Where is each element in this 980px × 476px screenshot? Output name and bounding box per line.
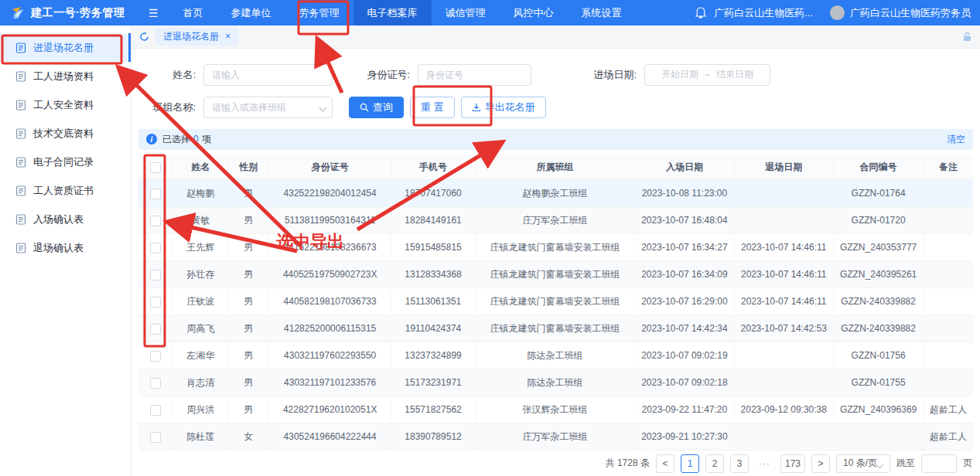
- sidebar-item-入场确认表[interactable]: 入场确认表: [0, 205, 131, 233]
- nav-item-首页[interactable]: 首页: [169, 0, 217, 26]
- tab-close-icon[interactable]: ×: [225, 31, 230, 42]
- page-size-select[interactable]: 10 条/页: [836, 454, 890, 473]
- page-button-173[interactable]: 173: [780, 454, 805, 473]
- export-roster-button[interactable]: 导出花名册: [461, 97, 546, 118]
- team-select-input[interactable]: [203, 97, 333, 118]
- row-checkbox[interactable]: [150, 378, 161, 389]
- collapse-menu-icon[interactable]: ☰: [149, 7, 159, 19]
- cell-name: 周兴洪: [172, 396, 228, 423]
- cell-gender: 男: [228, 315, 268, 342]
- name-input[interactable]: [203, 64, 333, 86]
- sidebar-item-技术交底资料[interactable]: 技术交底资料: [0, 119, 131, 148]
- cell-id_number: 440582198107036733: [268, 288, 391, 315]
- nav-item-电子档案库[interactable]: 电子档案库: [353, 0, 432, 26]
- cell-name: 孙壮存: [172, 261, 228, 288]
- document-icon: [15, 185, 26, 196]
- selected-prefix: 已选择: [162, 133, 190, 146]
- sidebar-item-label: 工人资质证书: [33, 184, 94, 198]
- main-area: 进退场花名册 × 姓名: 身份证号: 进场日期: 开始日期 ~: [131, 26, 980, 476]
- jump-prefix: 跳至: [896, 457, 915, 470]
- app-window: 建工一号·劳务管理 ☰ 首页参建单位劳务管理电子档案库诚信管理风控中心系统设置 …: [0, 0, 980, 476]
- nav-item-劳务管理[interactable]: 劳务管理: [285, 0, 353, 26]
- row-checkbox[interactable]: [150, 189, 161, 199]
- search-button[interactable]: 查询: [349, 97, 404, 118]
- id-number-input[interactable]: [418, 64, 531, 86]
- row-select-cell: [138, 234, 172, 261]
- document-icon: [15, 243, 26, 253]
- nav-item-系统设置[interactable]: 系统设置: [568, 0, 636, 26]
- app-title: 建工一号·劳务管理: [31, 6, 125, 20]
- user-name[interactable]: 广药白云山生物医药劳务员: [850, 6, 971, 20]
- sidebar-item-进退场花名册[interactable]: 进退场花名册: [0, 33, 131, 62]
- reset-button[interactable]: 重 置: [410, 97, 455, 118]
- table-row: 左湘华男43032119760229355013237324899陈达杂工班组2…: [138, 342, 973, 369]
- column-header-手机号: 手机号: [391, 155, 475, 180]
- nav-item-参建单位[interactable]: 参建单位: [217, 0, 285, 26]
- row-checkbox[interactable]: [150, 324, 161, 335]
- cell-name: 肖志清: [172, 369, 228, 396]
- cell-team: 陈达杂工班组: [475, 342, 635, 369]
- tab-roster[interactable]: 进退场花名册 ×: [155, 27, 238, 46]
- cell-exit_date: [734, 423, 833, 450]
- download-icon: [472, 103, 481, 112]
- document-icon: [15, 100, 26, 110]
- cell-team: 庄镇龙建筑门窗幕墙安装工班组: [475, 234, 635, 261]
- roster-table: 姓名性别身份证号手机号所属班组入场日期退场日期合同编号备注 赵梅鹏男432522…: [138, 155, 973, 451]
- row-checkbox[interactable]: [150, 405, 161, 416]
- table-row: 黄敏男51138119950316431118284149161庄万军杂工班组2…: [138, 207, 973, 234]
- cell-team: 庄镇龙建筑门窗幕墙安装工班组: [475, 261, 635, 288]
- row-checkbox[interactable]: [150, 270, 161, 280]
- refresh-icon[interactable]: [139, 32, 149, 42]
- nav-item-风控中心[interactable]: 风控中心: [500, 0, 568, 26]
- sidebar-item-label: 工人安全资料: [33, 98, 94, 112]
- row-select-cell: [138, 423, 172, 450]
- page-button-3[interactable]: 3: [730, 454, 749, 473]
- cell-remark: [924, 315, 973, 342]
- team-select[interactable]: [203, 97, 333, 118]
- topbar-right: 广药白云山生物医药... 广药白云山生物医药劳务员: [695, 5, 980, 20]
- row-checkbox[interactable]: [150, 351, 161, 362]
- column-header-合同编号: 合同编号: [833, 155, 923, 180]
- cell-entry_date: 2023-10-07 16:34:27: [635, 234, 734, 261]
- prev-page-button[interactable]: <: [656, 454, 674, 473]
- cell-contract_no: GZZN_240395261: [833, 261, 923, 288]
- end-date-placeholder: 结束日期: [716, 68, 753, 81]
- cell-remark: [924, 180, 973, 207]
- sidebar-item-工人进场资料[interactable]: 工人进场资料: [0, 62, 131, 90]
- sidebar-item-label: 进退场花名册: [33, 41, 94, 55]
- cell-team: 庄万军杂工班组: [475, 423, 635, 450]
- avatar[interactable]: [830, 5, 845, 20]
- entry-date-range-input[interactable]: 开始日期 ~ 结束日期: [644, 64, 770, 86]
- jump-suffix: 页: [963, 457, 972, 470]
- row-checkbox[interactable]: [150, 297, 161, 308]
- cell-remark: [924, 261, 973, 288]
- page-button-2[interactable]: 2: [705, 454, 724, 473]
- notification-bell-icon[interactable]: [695, 7, 706, 19]
- cell-exit_date: [734, 369, 833, 396]
- cell-remark: [924, 234, 973, 261]
- column-header-备注: 备注: [924, 155, 973, 180]
- jump-page-input[interactable]: [921, 454, 957, 473]
- select-all-checkbox[interactable]: [150, 162, 161, 173]
- clear-selection-link[interactable]: 清空: [947, 133, 965, 146]
- nav-item-诚信管理[interactable]: 诚信管理: [432, 0, 500, 26]
- row-checkbox[interactable]: [150, 432, 161, 443]
- cell-entry_date: 2023-10-07 14:42:34: [635, 315, 734, 342]
- lock-icon[interactable]: [962, 32, 972, 42]
- row-checkbox[interactable]: [150, 243, 161, 253]
- row-checkbox[interactable]: [150, 216, 161, 226]
- page-button-1[interactable]: 1: [681, 454, 699, 473]
- sidebar-item-电子合同记录[interactable]: 电子合同记录: [0, 148, 131, 176]
- next-page-button[interactable]: >: [811, 454, 830, 473]
- cell-team: 庄镇龙建筑门窗幕墙安装工班组: [475, 288, 635, 315]
- cell-remark: [924, 207, 973, 234]
- cell-entry_date: 2023-10-07 09:02:19: [635, 342, 734, 369]
- sidebar-item-退场确认表[interactable]: 退场确认表: [0, 233, 131, 262]
- cell-entry_date: 2023-10-07 16:34:09: [635, 261, 734, 288]
- project-selector[interactable]: 广药白云山生物医药...: [714, 6, 813, 20]
- cell-id_number: 430524196604222444: [268, 423, 391, 450]
- sidebar-item-工人资质证书[interactable]: 工人资质证书: [0, 176, 131, 205]
- cell-gender: 男: [228, 180, 268, 207]
- sidebar-item-工人安全资料[interactable]: 工人安全资料: [0, 90, 131, 119]
- cell-phone: 18707417060: [391, 180, 475, 207]
